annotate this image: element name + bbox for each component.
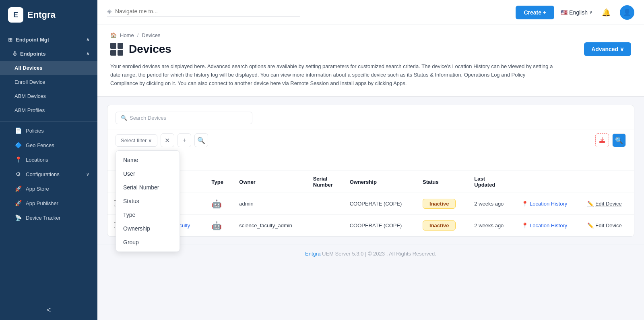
notification-bell[interactable]: 🔔 (599, 5, 613, 20)
dropdown-item-user[interactable]: User (116, 167, 180, 181)
sidebar-item-geo-fences[interactable]: 🔷 Geo Fences (0, 138, 97, 152)
table-action-row: ⚙ 👤 (107, 151, 634, 171)
row1-edit-cell: ✏️ Edit Device (581, 193, 634, 215)
sidebar-item-app-publisher[interactable]: 🚀 App Publisher (0, 196, 97, 210)
row2-status-cell: Inactive (416, 215, 468, 237)
sidebar-item-abm-devices[interactable]: ABM Devices (0, 89, 97, 103)
create-button[interactable]: Create + (516, 6, 554, 19)
svg-rect-1 (599, 142, 605, 143)
configurations-icon: ⚙ (14, 171, 22, 177)
devices-table-area: 🔍 Search Devices Select filter ∨ ✕ + 🔍 N… (107, 105, 634, 237)
row1-status-badge: Inactive (423, 199, 456, 209)
topbar-right: Create + 🇺🇸 English ∨ 🔔 👤 (516, 5, 634, 20)
row2-last-updated: 2 weeks ago (474, 222, 504, 229)
devices-table: Name Type Owner SerialNumber Ownership S… (107, 171, 634, 236)
sidebar-section-endpoint-mgt: ⊞ Endpoint Mgt ∧ ⛢ Endpoints ∧ All Devic… (0, 30, 97, 120)
page-header: 🏠 Home / Devices Devices Advanced ∨ Your… (97, 25, 644, 97)
row1-edit-link[interactable]: ✏️ Edit Device (587, 201, 627, 207)
content-area: 🏠 Home / Devices Devices Advanced ∨ Your… (97, 25, 644, 320)
app-publisher-label: App Publisher (26, 200, 58, 206)
breadcrumb-current: Devices (142, 32, 160, 38)
endpoints-label: Endpoints (20, 51, 46, 57)
row1-owner-cell: admin (233, 193, 306, 215)
row1-location-history-link[interactable]: 📍 Location History (522, 201, 574, 207)
flag-icon: 🇺🇸 (561, 9, 568, 16)
dropdown-item-ownership[interactable]: Ownership (116, 222, 180, 235)
edit-icon-1: ✏️ (587, 201, 594, 207)
locations-icon: 📍 (14, 156, 22, 163)
sidebar-item-enroll-device[interactable]: Enroll Device (0, 75, 97, 89)
dropdown-item-type[interactable]: Type (116, 208, 180, 222)
dropdown-item-group[interactable]: Group (116, 235, 180, 249)
row2-location-history-link[interactable]: 📍 Location History (522, 222, 574, 229)
row1-ownership-cell: COOPERATE (COPE) (343, 193, 416, 215)
row2-status-badge: Inactive (423, 220, 456, 231)
page-title-text: Devices (129, 43, 171, 56)
advanced-button[interactable]: Advanced ∨ (584, 42, 631, 56)
row1-location-cell: 📍 Location History (515, 193, 581, 215)
filter-add-btn[interactable]: + (178, 133, 191, 147)
table-row: 🤖 admin COOPERATE (COPE) Inactive (107, 193, 634, 215)
lang-chevron-icon: ∨ (589, 10, 592, 15)
sidebar-section-endpoint-mgt-header[interactable]: ⊞ Endpoint Mgt ∧ (0, 33, 97, 47)
sidebar-item-abm-profiles[interactable]: ABM Profiles (0, 103, 97, 117)
row1-updated-cell: 2 weeks ago (468, 193, 515, 215)
footer-brand-link[interactable]: Entgra (305, 251, 320, 257)
configurations-chevron: ∨ (86, 172, 89, 177)
geo-fences-icon: 🔷 (14, 142, 22, 148)
edit-icon-2: ✏️ (587, 222, 594, 229)
filter-search-btn[interactable]: 🔍 (194, 133, 208, 147)
topbar-search-input[interactable] (115, 8, 300, 15)
home-icon: 🏠 (110, 32, 117, 38)
configurations-label: Configurations (26, 171, 60, 177)
sidebar-item-locations[interactable]: 📍 Locations (0, 152, 97, 167)
sidebar-item-all-devices[interactable]: All Devices (0, 61, 97, 75)
language-selector[interactable]: 🇺🇸 English ∨ (561, 9, 592, 16)
export-btn[interactable] (595, 133, 609, 147)
sidebar-section-endpoints-header[interactable]: ⛢ Endpoints ∧ (0, 47, 97, 61)
sidebar-item-device-tracker[interactable]: 📡 Device Tracker (0, 210, 97, 225)
filter-clear-btn[interactable]: ✕ (161, 133, 174, 147)
breadcrumb-home[interactable]: Home (120, 32, 134, 38)
endpoints-chevron: ∧ (86, 51, 89, 56)
sidebar-item-app-store[interactable]: 🚀 App Store (0, 181, 97, 196)
th-actions-1 (515, 171, 581, 193)
row2-edit-cell: ✏️ Edit Device (581, 215, 634, 237)
abm-profiles-label: ABM Profiles (14, 107, 45, 113)
sidebar-logo[interactable]: E Entgra (0, 0, 97, 30)
row1-ownership: COOPERATE (COPE) (350, 201, 402, 207)
filter-actions-right: 🔍 (595, 133, 626, 147)
sidebar-item-policies[interactable]: 📄 Policies (0, 123, 97, 138)
row2-android-icon: 🤖 (212, 221, 222, 230)
sidebar-collapse-btn[interactable]: < (0, 300, 97, 320)
sidebar-item-configurations[interactable]: ⚙ Configurations ∨ (0, 167, 97, 181)
dropdown-item-serial-number[interactable]: Serial Number (116, 181, 180, 194)
endpoint-mgt-icon: ⊞ (8, 37, 12, 43)
row2-ownership: COOPERATE (COPE) (350, 222, 402, 229)
th-owner: Owner (233, 171, 306, 193)
th-status: Status (416, 171, 468, 193)
user-icon-symbol: 👤 (623, 8, 631, 16)
page-title-row: Devices Advanced ∨ (110, 42, 631, 56)
dropdown-item-name[interactable]: Name (116, 153, 180, 167)
row1-status-cell: Inactive (416, 193, 468, 215)
table-header: Name Type Owner SerialNumber Ownership S… (107, 171, 634, 193)
row2-location-label: Location History (530, 222, 567, 229)
row2-edit-label: Edit Device (595, 222, 622, 229)
user-avatar[interactable]: 👤 (620, 5, 634, 20)
language-label: English (569, 9, 588, 16)
dropdown-item-status[interactable]: Status (116, 194, 180, 208)
topbar: ◈ Create + 🇺🇸 English ∨ 🔔 👤 (97, 0, 644, 25)
row2-edit-link[interactable]: ✏️ Edit Device (587, 222, 627, 229)
collapse-icon: < (47, 306, 51, 314)
row1-location-label: Location History (530, 201, 567, 207)
row2-updated-cell: 2 weeks ago (468, 215, 515, 237)
geo-fences-label: Geo Fences (26, 142, 54, 148)
search-devices-btn[interactable]: 🔍 (612, 133, 626, 147)
search-devices-input[interactable]: 🔍 Search Devices (116, 112, 252, 124)
filter-select[interactable]: Select filter ∨ (116, 134, 157, 147)
row1-serial-cell (307, 193, 343, 215)
row2-owner: science_faculty_admin (239, 222, 292, 229)
row2-owner-cell: science_faculty_admin (233, 215, 306, 237)
filter-dropdown-menu: Name User Serial Number Status Type Owne… (116, 150, 180, 252)
